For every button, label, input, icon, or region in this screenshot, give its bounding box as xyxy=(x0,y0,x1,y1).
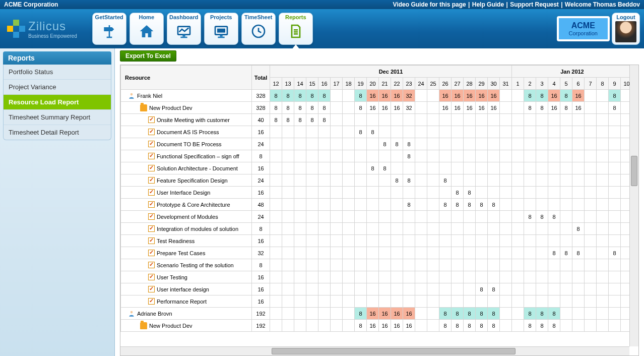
resource-cell[interactable]: User interface design xyxy=(121,283,252,295)
day-cell xyxy=(415,199,427,211)
day-cell xyxy=(536,271,548,283)
vertical-scrollbar[interactable] xyxy=(629,65,638,346)
nav-home[interactable]: Home xyxy=(130,13,164,45)
day-cell: 32 xyxy=(403,102,415,114)
day-cell xyxy=(427,223,439,235)
resource-cell[interactable]: Frank Niel xyxy=(121,90,252,102)
day-cell xyxy=(464,223,476,235)
day-cell xyxy=(476,126,488,138)
day-cell: 8 xyxy=(524,320,536,332)
day-cell xyxy=(415,174,427,187)
day-cell xyxy=(597,271,609,283)
logout-button[interactable]: Logout xyxy=(612,13,640,45)
grid-row: Prototype & Core Architecture48888888 xyxy=(121,199,633,211)
grid-row: Integration of modules of solution88 xyxy=(121,223,633,235)
resource-cell[interactable]: Scenario Testing of the solution xyxy=(121,259,252,271)
sidebar-item[interactable]: Project Variance xyxy=(4,80,111,95)
day-cell: 16 xyxy=(367,320,379,332)
day-header: 2 xyxy=(524,78,536,90)
resource-cell[interactable]: Functional Specification – sign off xyxy=(121,150,252,162)
resource-cell[interactable]: Integration of modules of solution xyxy=(121,223,252,235)
sidebar-item[interactable]: Timesheet Detail Report xyxy=(4,125,111,140)
day-cell xyxy=(524,247,536,259)
day-cell xyxy=(548,150,560,162)
resource-cell[interactable]: Prepare Test Cases xyxy=(121,247,252,259)
day-cell: 8 xyxy=(355,308,367,320)
day-cell xyxy=(597,162,609,174)
video-guide-link[interactable]: Video Guide for this page xyxy=(393,1,466,8)
day-cell xyxy=(294,138,306,150)
grid-scroll[interactable]: ResourceTotalDec 2011Jan 201212131415161… xyxy=(120,65,638,355)
day-cell xyxy=(306,187,318,199)
day-cell: 8 xyxy=(572,223,585,235)
day-cell xyxy=(572,295,585,308)
nav-getstarted[interactable]: GetStarted xyxy=(92,13,126,45)
resource-cell[interactable]: Adriane Brovn xyxy=(121,308,252,320)
resource-cell[interactable]: Solution Architecture - Document xyxy=(121,162,252,174)
day-cell xyxy=(476,211,488,223)
svg-rect-1 xyxy=(106,37,112,38)
nav-dashboard[interactable]: Dashboard xyxy=(167,13,201,45)
nav-reports[interactable]: Reports xyxy=(279,13,313,45)
sidebar-item[interactable]: Resource Load Report xyxy=(4,95,111,110)
person-icon xyxy=(128,92,135,99)
day-cell xyxy=(282,271,294,283)
help-guide-link[interactable]: Help Guide xyxy=(472,1,504,8)
resource-cell[interactable]: Development of Modules xyxy=(121,211,252,223)
day-cell xyxy=(548,126,560,138)
day-cell xyxy=(464,126,476,138)
day-cell xyxy=(343,223,355,235)
day-cell xyxy=(512,295,524,308)
sidebar-item[interactable]: Portfolio Status xyxy=(4,65,111,80)
day-cell xyxy=(318,138,331,150)
nav-projects[interactable]: Projects xyxy=(204,13,238,45)
day-cell xyxy=(597,223,609,235)
day-cell xyxy=(439,259,452,271)
resource-cell[interactable]: Onsite Meeting with customer xyxy=(121,114,252,126)
day-cell: 16 xyxy=(572,90,585,102)
day-cell xyxy=(391,187,403,199)
resource-cell[interactable]: Prototype & Core Architecture xyxy=(121,199,252,211)
day-cell: 16 xyxy=(464,102,476,114)
resource-cell[interactable]: New Product Dev xyxy=(121,320,252,332)
day-cell xyxy=(331,187,343,199)
day-cell: 8 xyxy=(536,320,548,332)
day-cell xyxy=(609,114,621,126)
day-cell xyxy=(282,235,294,247)
svg-rect-8 xyxy=(217,29,225,33)
day-cell xyxy=(488,174,500,187)
day-cell xyxy=(367,211,379,223)
day-cell xyxy=(609,271,621,283)
resource-cell[interactable]: Document TO BE Process xyxy=(121,138,252,150)
day-cell: 8 xyxy=(379,138,391,150)
resource-cell[interactable]: Test Readiness xyxy=(121,235,252,247)
day-cell xyxy=(548,283,560,295)
horizontal-scrollbar[interactable] xyxy=(120,346,629,355)
day-cell xyxy=(524,126,536,138)
day-cell xyxy=(597,211,609,223)
welcome-link[interactable]: Welcome Thomas Beddov xyxy=(565,1,640,8)
sidebar-item[interactable]: Timesheet Summary Report xyxy=(4,110,111,125)
nav-timesheet[interactable]: TimeSheet xyxy=(241,13,276,45)
day-cell xyxy=(524,162,536,174)
day-cell xyxy=(560,187,572,199)
day-cell xyxy=(318,199,331,211)
day-cell xyxy=(318,150,331,162)
day-cell xyxy=(512,187,524,199)
day-cell: 8 xyxy=(439,308,452,320)
support-link[interactable]: Support Request xyxy=(510,1,559,8)
day-cell xyxy=(427,138,439,150)
grid-row: Test Readiness16 xyxy=(121,235,633,247)
resource-cell[interactable]: New Product Dev xyxy=(121,102,252,114)
day-cell xyxy=(415,295,427,308)
resource-cell[interactable]: Feature Specification Design xyxy=(121,174,252,187)
export-button[interactable]: Export To Excel xyxy=(120,50,176,62)
resource-cell[interactable]: User Interface Design xyxy=(121,187,252,199)
day-cell xyxy=(282,199,294,211)
resource-cell[interactable]: Performance Report xyxy=(121,295,252,308)
day-header: 28 xyxy=(464,78,476,90)
resource-cell[interactable]: User Testing xyxy=(121,271,252,283)
day-cell xyxy=(355,259,367,271)
resource-cell[interactable]: Document AS IS Process xyxy=(121,126,252,138)
day-cell xyxy=(536,138,548,150)
